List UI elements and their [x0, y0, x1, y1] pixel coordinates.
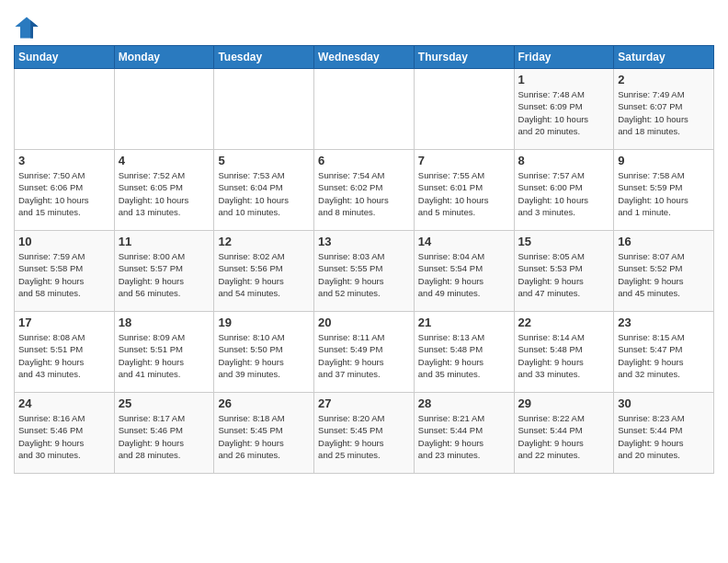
day-info: Sunrise: 8:08 AM Sunset: 5:51 PM Dayligh… — [18, 331, 110, 380]
day-info: Sunrise: 7:59 AM Sunset: 5:58 PM Dayligh… — [18, 250, 110, 299]
day-number: 13 — [318, 235, 410, 248]
day-number: 30 — [618, 396, 710, 410]
day-info: Sunrise: 8:16 AM Sunset: 5:46 PM Dayligh… — [18, 412, 110, 461]
day-cell: 12Sunrise: 8:02 AM Sunset: 5:56 PM Dayli… — [214, 231, 314, 312]
day-cell — [414, 69, 514, 150]
day-cell — [15, 69, 115, 150]
day-cell: 23Sunrise: 8:15 AM Sunset: 5:47 PM Dayli… — [614, 312, 714, 393]
week-row-0: 1Sunrise: 7:48 AM Sunset: 6:09 PM Daylig… — [15, 69, 714, 150]
day-info: Sunrise: 7:52 AM Sunset: 6:05 PM Dayligh… — [119, 169, 210, 218]
day-number: 15 — [518, 235, 610, 248]
day-number: 5 — [218, 154, 310, 167]
day-info: Sunrise: 7:55 AM Sunset: 6:01 PM Dayligh… — [418, 169, 510, 218]
day-info: Sunrise: 7:58 AM Sunset: 5:59 PM Dayligh… — [618, 169, 710, 218]
day-number: 23 — [618, 316, 710, 329]
day-info: Sunrise: 8:15 AM Sunset: 5:47 PM Dayligh… — [618, 331, 710, 380]
day-info: Sunrise: 8:07 AM Sunset: 5:52 PM Dayligh… — [618, 250, 710, 299]
day-info: Sunrise: 8:09 AM Sunset: 5:51 PM Dayligh… — [119, 331, 210, 380]
logo — [14, 14, 42, 40]
day-cell — [114, 69, 214, 150]
day-number: 3 — [18, 154, 110, 167]
day-info: Sunrise: 8:11 AM Sunset: 5:49 PM Dayligh… — [318, 331, 410, 380]
day-info: Sunrise: 8:14 AM Sunset: 5:48 PM Dayligh… — [518, 331, 610, 380]
day-cell: 22Sunrise: 8:14 AM Sunset: 5:48 PM Dayli… — [514, 312, 614, 393]
calendar-body: 1Sunrise: 7:48 AM Sunset: 6:09 PM Daylig… — [15, 69, 714, 474]
day-info: Sunrise: 8:05 AM Sunset: 5:53 PM Dayligh… — [518, 250, 610, 299]
day-number: 20 — [318, 316, 410, 329]
header-cell-tuesday: Tuesday — [214, 46, 314, 69]
day-cell: 5Sunrise: 7:53 AM Sunset: 6:04 PM Daylig… — [214, 150, 314, 231]
day-number: 17 — [18, 316, 110, 329]
week-row-3: 17Sunrise: 8:08 AM Sunset: 5:51 PM Dayli… — [15, 312, 714, 393]
header-cell-saturday: Saturday — [614, 46, 714, 69]
day-number: 25 — [119, 396, 210, 410]
week-row-4: 24Sunrise: 8:16 AM Sunset: 5:46 PM Dayli… — [15, 393, 714, 474]
day-cell: 4Sunrise: 7:52 AM Sunset: 6:05 PM Daylig… — [114, 150, 214, 231]
day-info: Sunrise: 8:13 AM Sunset: 5:48 PM Dayligh… — [418, 331, 510, 380]
day-number: 26 — [218, 396, 310, 410]
day-info: Sunrise: 8:02 AM Sunset: 5:56 PM Dayligh… — [218, 250, 310, 299]
day-info: Sunrise: 8:10 AM Sunset: 5:50 PM Dayligh… — [218, 331, 310, 380]
day-cell — [314, 69, 415, 150]
day-cell — [214, 69, 314, 150]
day-info: Sunrise: 8:23 AM Sunset: 5:44 PM Dayligh… — [618, 412, 710, 461]
day-cell: 15Sunrise: 8:05 AM Sunset: 5:53 PM Dayli… — [514, 231, 614, 312]
header-cell-wednesday: Wednesday — [314, 46, 415, 69]
day-cell: 27Sunrise: 8:20 AM Sunset: 5:45 PM Dayli… — [314, 393, 415, 474]
week-row-1: 3Sunrise: 7:50 AM Sunset: 6:06 PM Daylig… — [15, 150, 714, 231]
day-number: 7 — [418, 154, 510, 167]
header-cell-monday: Monday — [114, 46, 214, 69]
day-info: Sunrise: 7:49 AM Sunset: 6:07 PM Dayligh… — [618, 88, 710, 137]
header-cell-sunday: Sunday — [15, 46, 115, 69]
header — [14, 9, 714, 40]
header-row: SundayMondayTuesdayWednesdayThursdayFrid… — [15, 46, 714, 69]
day-info: Sunrise: 8:00 AM Sunset: 5:57 PM Dayligh… — [119, 250, 210, 299]
day-info: Sunrise: 8:03 AM Sunset: 5:55 PM Dayligh… — [318, 250, 410, 299]
day-cell: 1Sunrise: 7:48 AM Sunset: 6:09 PM Daylig… — [514, 69, 614, 150]
day-cell: 26Sunrise: 8:18 AM Sunset: 5:45 PM Dayli… — [214, 393, 314, 474]
day-number: 10 — [18, 235, 110, 248]
day-info: Sunrise: 7:57 AM Sunset: 6:00 PM Dayligh… — [518, 169, 610, 218]
day-number: 18 — [119, 316, 210, 329]
day-cell: 28Sunrise: 8:21 AM Sunset: 5:44 PM Dayli… — [414, 393, 514, 474]
day-cell: 24Sunrise: 8:16 AM Sunset: 5:46 PM Dayli… — [15, 393, 115, 474]
day-info: Sunrise: 8:18 AM Sunset: 5:45 PM Dayligh… — [218, 412, 310, 461]
day-cell: 3Sunrise: 7:50 AM Sunset: 6:06 PM Daylig… — [15, 150, 115, 231]
day-cell: 2Sunrise: 7:49 AM Sunset: 6:07 PM Daylig… — [614, 69, 714, 150]
day-info: Sunrise: 8:17 AM Sunset: 5:46 PM Dayligh… — [119, 412, 210, 461]
week-row-2: 10Sunrise: 7:59 AM Sunset: 5:58 PM Dayli… — [15, 231, 714, 312]
day-number: 2 — [618, 73, 710, 86]
day-cell: 20Sunrise: 8:11 AM Sunset: 5:49 PM Dayli… — [314, 312, 415, 393]
day-number: 11 — [119, 235, 210, 248]
day-cell: 11Sunrise: 8:00 AM Sunset: 5:57 PM Dayli… — [114, 231, 214, 312]
day-info: Sunrise: 7:54 AM Sunset: 6:02 PM Dayligh… — [318, 169, 410, 218]
calendar-header: SundayMondayTuesdayWednesdayThursdayFrid… — [15, 46, 714, 69]
day-info: Sunrise: 7:50 AM Sunset: 6:06 PM Dayligh… — [18, 169, 110, 218]
day-cell: 6Sunrise: 7:54 AM Sunset: 6:02 PM Daylig… — [314, 150, 415, 231]
day-cell: 7Sunrise: 7:55 AM Sunset: 6:01 PM Daylig… — [414, 150, 514, 231]
day-cell: 16Sunrise: 8:07 AM Sunset: 5:52 PM Dayli… — [614, 231, 714, 312]
day-number: 21 — [418, 316, 510, 329]
day-cell: 25Sunrise: 8:17 AM Sunset: 5:46 PM Dayli… — [114, 393, 214, 474]
day-number: 4 — [119, 154, 210, 167]
day-number: 22 — [518, 316, 610, 329]
day-number: 14 — [418, 235, 510, 248]
day-number: 6 — [318, 154, 410, 167]
day-info: Sunrise: 8:22 AM Sunset: 5:44 PM Dayligh… — [518, 412, 610, 461]
day-number: 29 — [518, 396, 610, 410]
day-number: 16 — [618, 235, 710, 248]
day-cell: 9Sunrise: 7:58 AM Sunset: 5:59 PM Daylig… — [614, 150, 714, 231]
day-number: 9 — [618, 154, 710, 167]
day-number: 28 — [418, 396, 510, 410]
day-cell: 10Sunrise: 7:59 AM Sunset: 5:58 PM Dayli… — [15, 231, 115, 312]
day-info: Sunrise: 7:48 AM Sunset: 6:09 PM Dayligh… — [518, 88, 610, 137]
logo-icon — [14, 14, 40, 40]
day-cell: 14Sunrise: 8:04 AM Sunset: 5:54 PM Dayli… — [414, 231, 514, 312]
day-number: 8 — [518, 154, 610, 167]
day-cell: 18Sunrise: 8:09 AM Sunset: 5:51 PM Dayli… — [114, 312, 214, 393]
day-cell: 19Sunrise: 8:10 AM Sunset: 5:50 PM Dayli… — [214, 312, 314, 393]
day-info: Sunrise: 8:04 AM Sunset: 5:54 PM Dayligh… — [418, 250, 510, 299]
day-cell: 29Sunrise: 8:22 AM Sunset: 5:44 PM Dayli… — [514, 393, 614, 474]
header-cell-thursday: Thursday — [414, 46, 514, 69]
day-number: 19 — [218, 316, 310, 329]
